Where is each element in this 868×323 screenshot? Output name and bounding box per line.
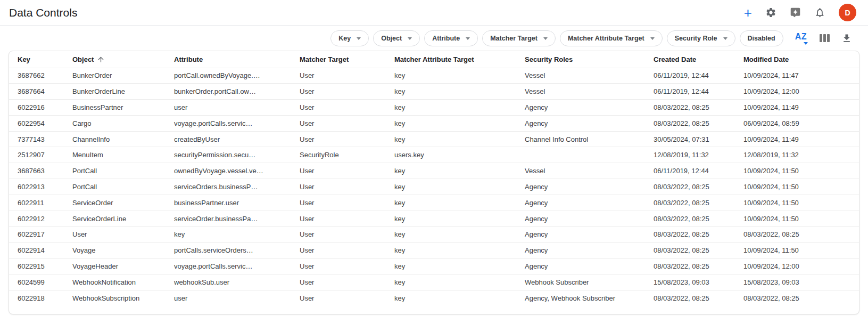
column-header-matcher-target[interactable]: Matcher Target bbox=[291, 51, 386, 68]
cell-modified-date: 12/08/2019, 11:32 bbox=[735, 147, 859, 163]
cell-matcher-attribute-target: key bbox=[386, 163, 516, 179]
cell-key: 6024599 bbox=[9, 274, 64, 290]
cell-modified-date: 10/09/2024, 12:00 bbox=[735, 84, 859, 100]
column-header-key[interactable]: Key bbox=[9, 51, 64, 68]
cell-modified-date: 15/08/2023, 09:03 bbox=[735, 274, 859, 290]
cell-created-date: 08/03/2022, 08:25 bbox=[645, 211, 735, 227]
cell-modified-date: 10/09/2024, 11:49 bbox=[735, 100, 859, 116]
column-header-security-roles[interactable]: Security Roles bbox=[516, 51, 645, 68]
cell-matcher-attribute-target: users.key bbox=[386, 147, 516, 163]
cell-matcher-target: User bbox=[291, 131, 386, 147]
chevron-down-icon bbox=[357, 37, 361, 40]
filter-chip-matcher-attribute-target[interactable]: Matcher Attribute Target bbox=[560, 30, 663, 46]
cell-matcher-target: User bbox=[291, 259, 386, 274]
filter-chip-label: Attribute bbox=[432, 35, 460, 42]
table-row[interactable]: 6024599 WebhookNotification webhookSub.u… bbox=[9, 274, 859, 290]
cell-created-date: 08/03/2022, 08:25 bbox=[645, 227, 735, 243]
cell-matcher-attribute-target: key bbox=[386, 179, 516, 195]
filter-toolbar: Key Object Attribute Matcher Target Matc… bbox=[0, 26, 868, 51]
table-body: 3687662 BunkerOrder portCall.ownedByVoya… bbox=[9, 68, 859, 306]
filter-chip-key[interactable]: Key bbox=[330, 30, 369, 46]
bell-icon[interactable] bbox=[814, 7, 825, 18]
table-row[interactable]: 3687664 BunkerOrderLine bunkerOrder.port… bbox=[9, 84, 859, 100]
cell-attribute: webhookSub.user bbox=[166, 274, 291, 290]
filter-chip-label: Object bbox=[381, 35, 402, 42]
cell-modified-date: 08/03/2022, 08:25 bbox=[735, 290, 859, 306]
table-row[interactable]: 3687662 BunkerOrder portCall.ownedByVoya… bbox=[9, 68, 859, 84]
cell-object: WebhookNotification bbox=[64, 274, 166, 290]
table-row[interactable]: 6022916 BusinessPartner user User key Ag… bbox=[9, 100, 859, 116]
filter-chip-matcher-target[interactable]: Matcher Target bbox=[482, 30, 556, 46]
cell-attribute: ownedByVoyage.vessel.ve… bbox=[166, 163, 291, 179]
cell-object: WebhookSubscription bbox=[64, 290, 166, 306]
cell-security-roles: Agency bbox=[516, 195, 645, 211]
app-bar-actions: + D bbox=[744, 4, 856, 21]
cell-created-date: 06/11/2019, 12:44 bbox=[645, 84, 735, 100]
cell-matcher-attribute-target: key bbox=[386, 274, 516, 290]
column-header-object[interactable]: Object bbox=[64, 51, 166, 68]
chevron-down-icon bbox=[650, 37, 655, 40]
view-columns-icon[interactable] bbox=[820, 34, 830, 42]
cell-object: VoyageHeader bbox=[64, 259, 166, 274]
cell-created-date: 12/08/2019, 11:32 bbox=[645, 147, 735, 163]
chevron-down-icon bbox=[543, 37, 548, 40]
avatar[interactable]: D bbox=[839, 4, 856, 21]
cell-matcher-attribute-target: key bbox=[386, 131, 516, 147]
table-row[interactable]: 6022911 ServiceOrder businessPartner.use… bbox=[9, 195, 859, 211]
cell-modified-date: 10/09/2024, 11:50 bbox=[735, 243, 859, 259]
cell-key: 7377143 bbox=[9, 131, 64, 147]
download-icon[interactable] bbox=[841, 33, 852, 44]
cell-key: 6022914 bbox=[9, 243, 64, 259]
cell-matcher-attribute-target: key bbox=[386, 115, 516, 131]
table-row[interactable]: 3687663 PortCall ownedByVoyage.vessel.ve… bbox=[9, 163, 859, 179]
az-sort-icon[interactable]: AZ bbox=[795, 33, 808, 44]
cell-security-roles: Agency bbox=[516, 211, 645, 227]
cell-object: BusinessPartner bbox=[64, 100, 166, 116]
table-row[interactable]: 6022915 VoyageHeader voyage.portCalls.se… bbox=[9, 259, 859, 274]
filter-chip-disabled[interactable]: Disabled bbox=[740, 30, 783, 46]
cell-created-date: 08/03/2022, 08:25 bbox=[645, 115, 735, 131]
cell-matcher-attribute-target: key bbox=[386, 211, 516, 227]
cell-security-roles: Agency bbox=[516, 243, 645, 259]
cell-matcher-target: User bbox=[291, 227, 386, 243]
cell-matcher-attribute-target: key bbox=[386, 243, 516, 259]
table-row[interactable]: 7377143 ChannelInfo createdByUser User k… bbox=[9, 131, 859, 147]
sparkle-badge-icon[interactable] bbox=[790, 7, 801, 18]
gear-icon[interactable] bbox=[765, 7, 776, 18]
table-row[interactable]: 6022914 Voyage portCalls.serviceOrders… … bbox=[9, 243, 859, 259]
column-header-attribute[interactable]: Attribute bbox=[166, 51, 291, 68]
cell-object: PortCall bbox=[64, 179, 166, 195]
plus-icon[interactable]: + bbox=[744, 7, 752, 18]
column-header-modified-date[interactable]: Modified Date bbox=[735, 51, 859, 68]
table-row[interactable]: 6022913 PortCall serviceOrders.businessP… bbox=[9, 179, 859, 195]
cell-security-roles bbox=[516, 147, 645, 163]
filter-chip-attribute[interactable]: Attribute bbox=[424, 30, 478, 46]
cell-attribute: securityPermission.secu… bbox=[166, 147, 291, 163]
chevron-down-icon bbox=[466, 37, 470, 40]
table-row[interactable]: 2512907 MenuItem securityPermission.secu… bbox=[9, 147, 859, 163]
chevron-down-icon bbox=[804, 42, 808, 45]
cell-object: ServiceOrder bbox=[64, 195, 166, 211]
filter-chip-security-role[interactable]: Security Role bbox=[667, 30, 735, 46]
cell-object: ChannelInfo bbox=[64, 131, 166, 147]
cell-security-roles: Vessel bbox=[516, 68, 645, 84]
column-label: Matcher Target bbox=[300, 55, 349, 63]
cell-object: PortCall bbox=[64, 163, 166, 179]
column-header-created-date[interactable]: Created Date bbox=[645, 51, 735, 68]
cell-object: MenuItem bbox=[64, 147, 166, 163]
cell-key: 6022911 bbox=[9, 195, 64, 211]
column-header-matcher-attribute-target[interactable]: Matcher Attribute Target bbox=[386, 51, 516, 68]
az-sort-letter-z: Z bbox=[801, 33, 807, 41]
cell-modified-date: 10/09/2024, 11:50 bbox=[735, 195, 859, 211]
cell-created-date: 08/03/2022, 08:25 bbox=[645, 100, 735, 116]
table-row[interactable]: 6022954 Cargo voyage.portCalls.servic… U… bbox=[9, 115, 859, 131]
cell-created-date: 08/03/2022, 08:25 bbox=[645, 259, 735, 274]
table-row[interactable]: 6022918 WebhookSubscription user User ke… bbox=[9, 290, 859, 306]
table-row[interactable]: 6022917 User key User key Agency 08/03/2… bbox=[9, 227, 859, 243]
filter-chip-object[interactable]: Object bbox=[373, 30, 420, 46]
filter-chip-label: Security Role bbox=[675, 35, 717, 42]
table-row[interactable]: 6022912 ServiceOrderLine serviceOrder.bu… bbox=[9, 211, 859, 227]
column-label: Object bbox=[72, 55, 94, 63]
column-label: Key bbox=[18, 55, 30, 63]
cell-security-roles: Agency, Webhook Subscriber bbox=[516, 290, 645, 306]
